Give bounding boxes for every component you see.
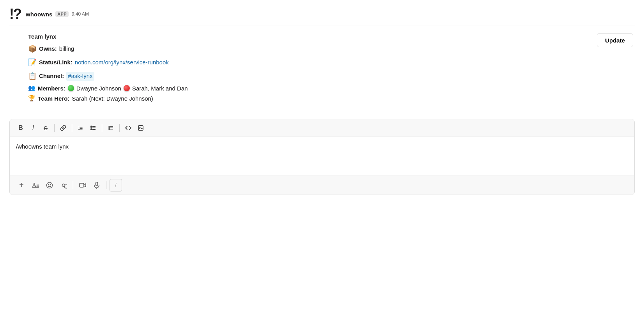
offline-status-dot	[124, 85, 130, 91]
bold-button[interactable]: B	[15, 122, 26, 133]
member-online-name: Dwayne Johnson	[76, 85, 121, 92]
unordered-list-button[interactable]	[88, 122, 99, 133]
message-input[interactable]	[10, 137, 634, 174]
members-label: Members:	[38, 85, 65, 92]
strikethrough-button[interactable]: S	[40, 122, 51, 133]
channel-value[interactable]: #ask-lynx	[66, 72, 94, 81]
message-timestamp: 9:40 AM	[72, 11, 89, 17]
hero-label: Team Hero:	[38, 95, 69, 102]
toolbar-divider-3	[102, 124, 102, 132]
svg-point-15	[50, 184, 51, 185]
app-badge: APP	[55, 11, 69, 17]
svg-rect-18	[96, 182, 98, 186]
app-name: whoowns	[26, 11, 52, 18]
owns-row: 📦 Owns: billing	[28, 44, 597, 54]
slash-command-button[interactable]: /	[110, 179, 122, 191]
toolbar-divider-1	[54, 124, 55, 132]
owns-value: billing	[59, 44, 74, 53]
snippet-button[interactable]	[135, 122, 146, 133]
header-meta: whoowns APP 9:40 AM	[26, 11, 89, 18]
members-emoji: 👥	[28, 85, 35, 92]
link-button[interactable]	[58, 122, 69, 133]
owns-emoji: 📦	[28, 44, 37, 54]
bottom-divider-2	[106, 181, 106, 189]
add-button[interactable]: +	[15, 179, 28, 191]
svg-rect-17	[80, 183, 84, 187]
svg-point-4	[91, 126, 92, 127]
blockquote-button[interactable]	[105, 122, 116, 133]
card-area: Team lynx 📦 Owns: billing 📝 Status/Link:…	[0, 25, 644, 113]
svg-text:1≡: 1≡	[78, 126, 83, 131]
hero-emoji: 🏆	[28, 95, 35, 102]
status-label: Status/Link:	[39, 58, 73, 67]
update-button[interactable]: Update	[597, 33, 633, 47]
channel-label: Channel:	[39, 72, 64, 81]
hero-row: 🏆 Team Hero: Sarah (Next: Dwayne Johnson…	[28, 95, 597, 102]
video-button[interactable]	[76, 179, 89, 191]
svg-point-13	[47, 182, 53, 188]
member-offline-names: Sarah, Mark and Dan	[132, 85, 188, 92]
owns-label: Owns:	[39, 44, 57, 53]
mention-button[interactable]	[57, 179, 70, 191]
code-button[interactable]	[123, 122, 134, 133]
message-header: !? whoowns APP 9:40 AM	[0, 0, 644, 21]
app-logo-icon: !?	[9, 7, 21, 21]
emoji-button[interactable]	[43, 179, 56, 191]
svg-point-14	[48, 184, 49, 185]
status-row: 📝 Status/Link: notion.com/org/lynx/servi…	[28, 57, 597, 68]
status-link[interactable]: notion.com/org/lynx/service-runbook	[75, 58, 169, 67]
status-emoji: 📝	[28, 57, 37, 68]
hero-value: Sarah (Next: Dwayne Johnson)	[72, 95, 153, 102]
audio-button[interactable]	[90, 179, 103, 191]
toolbar-divider-2	[72, 124, 72, 132]
svg-point-6	[91, 129, 92, 130]
format-text-button[interactable]: Aa	[29, 179, 42, 191]
team-name: Team lynx	[28, 33, 597, 40]
toolbar-divider-4	[119, 124, 120, 132]
message-editor[interactable]: B I S 1≡	[9, 119, 635, 195]
card-content: Team lynx 📦 Owns: billing 📝 Status/Link:…	[28, 33, 597, 105]
formatting-toolbar: B I S 1≡	[10, 119, 634, 137]
members-row: 👥 Members: Dwayne Johnson Sarah, Mark an…	[28, 85, 597, 92]
italic-button[interactable]: I	[28, 122, 39, 133]
bottom-divider-1	[73, 181, 73, 189]
channel-emoji: 📋	[28, 71, 37, 82]
online-status-dot	[68, 85, 74, 91]
ordered-list-button[interactable]: 1≡	[75, 122, 86, 133]
channel-row: 📋 Channel: #ask-lynx	[28, 71, 597, 82]
bottom-toolbar: + Aa	[10, 175, 634, 195]
svg-point-5	[91, 128, 92, 128]
